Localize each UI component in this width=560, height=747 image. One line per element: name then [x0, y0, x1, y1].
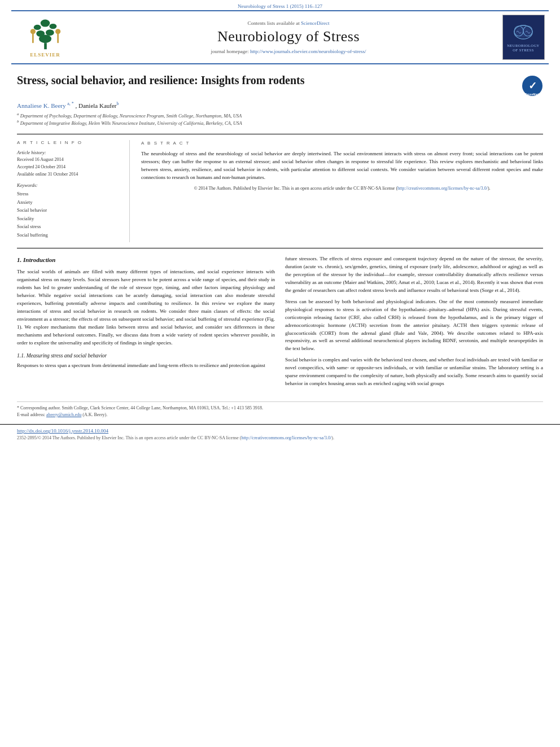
svg-text:CrossMark: CrossMark: [525, 93, 540, 96]
abstract-license: © 2014 The Authors. Published by Elsevie…: [141, 185, 543, 192]
body-para-1: The social worlds of animals are filled …: [17, 268, 275, 347]
keywords-list: Stress Anxiety Social behavior Sociality…: [17, 190, 121, 239]
article-authors: Annaliese K. Beery a, * , Daniela Kaufer…: [17, 101, 543, 109]
affiliation-b: b Department of Integrative Biology, Hel…: [17, 119, 543, 127]
issn-line: 2352-2895/© 2014 The Authors. Published …: [17, 435, 543, 440]
svg-point-4: [33, 25, 41, 30]
body-para-right-2: Stress can be assessed by both behaviora…: [285, 298, 543, 353]
page-wrapper: Neurobiology of Stress 1 (2015) 116–127: [0, 0, 560, 444]
journal-header-left: ELSEVIER: [11, 15, 79, 60]
doi-link[interactable]: http://dx.doi.org/10.1016/j.ynstr.2014.1…: [17, 428, 108, 434]
abstract-text: The neurobiology of stress and the neuro…: [141, 150, 543, 182]
section1-heading: 1. Introduction: [17, 255, 275, 265]
author-email-link[interactable]: abeery@umich.edu: [46, 412, 81, 417]
affiliations: a Department of Psychology, Department o…: [17, 112, 543, 127]
journal-homepage: journal homepage: http://www.journals.el…: [211, 49, 366, 54]
author2-sup: b: [117, 101, 119, 106]
svg-point-10: [55, 29, 60, 34]
keyword-2: Anxiety: [17, 198, 121, 206]
bottom-bar: http://dx.doi.org/10.1016/j.ynstr.2014.1…: [0, 424, 560, 444]
article-info-section: A R T I C L E I N F O Article history: R…: [17, 140, 130, 242]
body-col-right: future stressors. The effects of stress …: [285, 255, 543, 391]
article-history-group: Article history: Received 16 August 2014…: [17, 150, 121, 178]
body-para-2: Responses to stress span a spectrum from…: [17, 362, 275, 370]
email-note: E-mail address: abeery@umich.edu (A.K. B…: [17, 412, 543, 418]
received-date: Received 16 August 2014: [17, 156, 121, 164]
body-columns: 1. Introduction The social worlds of ani…: [17, 255, 543, 391]
available-date: Available online 31 October 2014: [17, 171, 121, 178]
svg-point-5: [49, 24, 56, 29]
history-label: Article history:: [17, 150, 121, 155]
body-para-right-1: future stressors. The effects of stress …: [285, 255, 543, 295]
svg-point-2: [36, 30, 45, 37]
sciencedirect-link[interactable]: ScienceDirect: [301, 20, 329, 26]
journal-homepage-link[interactable]: http://www.journals.elsevier.com/neurobi…: [250, 49, 366, 54]
subsection1-heading: 1.1. Measuring stress and social behavio…: [17, 352, 275, 360]
article-info-abstract: A R T I C L E I N F O Article history: R…: [17, 134, 543, 248]
keyword-1: Stress: [17, 190, 121, 198]
elsevier-tree-icon: [30, 17, 61, 51]
keyword-6: Social buffering: [17, 231, 121, 239]
body-para-right-3: Social behavior is complex and varies wi…: [285, 356, 543, 388]
journal-header: ELSEVIER Contents lists available at Sci…: [11, 10, 549, 64]
svg-point-14: [515, 27, 531, 38]
corresponding-author-note: * Corresponding author. Smith College, C…: [17, 405, 543, 412]
affiliation-a: a Department of Psychology, Department o…: [17, 112, 543, 120]
elsevier-wordmark: ELSEVIER: [30, 52, 60, 58]
license-link[interactable]: http://creativecommons.org/licenses/by-n…: [397, 186, 488, 191]
keywords-label: Keywords:: [17, 182, 121, 188]
body-col-left: 1. Introduction The social worlds of ani…: [17, 255, 275, 391]
issn-license-link[interactable]: http://creativecommons.org/licenses/by-n…: [242, 435, 332, 440]
keyword-5: Social stress: [17, 222, 121, 230]
contents-line: Contents lists available at ScienceDirec…: [248, 20, 330, 26]
author1-link[interactable]: Annaliese K. Beery: [17, 102, 67, 109]
article-dates: Received 16 August 2014 Accepted 24 Octo…: [17, 156, 121, 178]
journal-header-center: Contents lists available at ScienceDirec…: [85, 15, 492, 60]
abstract-section: A B S T R A C T The neurobiology of stre…: [141, 140, 543, 242]
keywords-group: Keywords: Stress Anxiety Social behavior…: [17, 182, 121, 239]
article-info-label: A R T I C L E I N F O: [17, 140, 121, 145]
journal-top-bar: Neurobiology of Stress 1 (2015) 116–127: [0, 0, 560, 10]
journal-title: Neurobiology of Stress: [217, 28, 360, 45]
keyword-4: Sociality: [17, 215, 121, 222]
crossmark-icon: ✓ CrossMark: [522, 75, 543, 97]
svg-point-8: [30, 29, 35, 34]
journal-reference: Neurobiology of Stress 1 (2015) 116–127: [238, 3, 322, 9]
brain-icon: [512, 22, 535, 42]
journal-header-right: NEUROBIOLOGY OF STRESS: [498, 15, 549, 60]
svg-rect-0: [44, 43, 47, 49]
journal-cover-image: NEUROBIOLOGY OF STRESS: [502, 15, 545, 60]
doi-line: http://dx.doi.org/10.1016/j.ynstr.2014.1…: [17, 428, 543, 434]
article-title-text: Stress, social behavior, and resilience:…: [17, 73, 516, 88]
author1-sup: a, *: [67, 101, 74, 106]
cover-title: NEUROBIOLOGY OF STRESS: [505, 43, 542, 53]
article-title-row: Stress, social behavior, and resilience:…: [17, 73, 543, 97]
abstract-label: A B S T R A C T: [141, 140, 543, 147]
elsevier-logo: ELSEVIER: [30, 17, 61, 58]
article-content: Stress, social behavior, and resilience:…: [0, 64, 560, 397]
svg-point-3: [45, 29, 54, 36]
svg-text:✓: ✓: [528, 80, 537, 91]
accepted-date: Accepted 24 October 2014: [17, 164, 121, 171]
svg-point-6: [40, 20, 50, 27]
footnotes: * Corresponding author. Smith College, C…: [17, 401, 543, 418]
keyword-3: Social behavior: [17, 206, 121, 214]
